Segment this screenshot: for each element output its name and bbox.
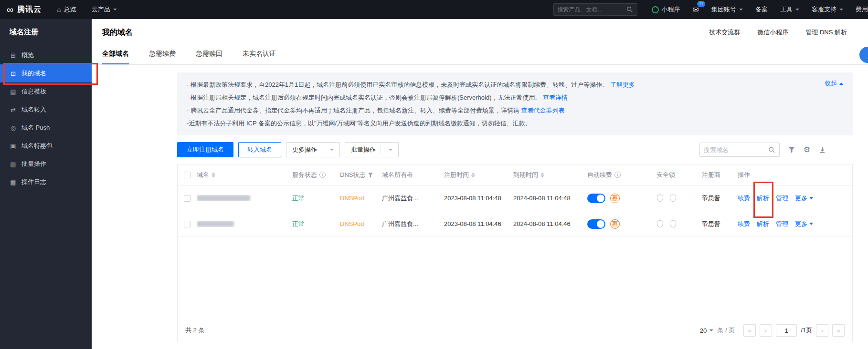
topbar-group-account[interactable]: 集团账号 bbox=[711, 5, 743, 14]
sidebar-item-batch[interactable]: ▥ 批量操作 bbox=[0, 155, 92, 173]
row-checkbox[interactable] bbox=[184, 195, 191, 202]
domain-name-blurred bbox=[197, 195, 250, 201]
link-manage-dns[interactable]: 管理 DNS 解析 bbox=[805, 28, 847, 37]
filter-icon[interactable] bbox=[788, 146, 795, 153]
next-page-button[interactable]: › bbox=[816, 324, 828, 337]
sort-icon[interactable] bbox=[540, 173, 544, 177]
info-icon[interactable]: i bbox=[319, 172, 326, 178]
topbar-miniprogram[interactable]: 小程序 bbox=[652, 5, 680, 14]
topbar: ∞ 腾讯云 ⌂ 总览 云产品 小程序 ✉ 11 集团账号 备案 bbox=[0, 0, 868, 19]
sidebar: 域名注册 ⊞ 概览 ⊡ 我的域名 ▤ 信息模板 ⇄ 域名转入 ◎ 域名 Push bbox=[0, 19, 92, 349]
transfer-domain-button[interactable]: 转入域名 bbox=[238, 142, 281, 157]
topbar-nav-products-label: 云产品 bbox=[92, 5, 110, 14]
sidebar-item-label: 域名特惠包 bbox=[21, 142, 53, 150]
manage-link[interactable]: 管理 bbox=[776, 220, 788, 228]
tabs: 全部域名 急需续费 急需赎回 未实名认证 bbox=[92, 46, 868, 65]
register-domain-button[interactable]: 立即注册域名 bbox=[177, 142, 233, 157]
notice-line: -近期有不法分子利用 ICP 备案的公示信息，以"万维网/万域网"等名义向用户发… bbox=[187, 117, 810, 130]
renew-link[interactable]: 续费 bbox=[738, 220, 750, 228]
registrar: 帝思普 bbox=[702, 220, 720, 228]
chevron-down-icon bbox=[839, 9, 843, 10]
select-all-checkbox[interactable] bbox=[184, 172, 191, 178]
first-page-button[interactable]: « bbox=[743, 324, 756, 337]
topbar-support[interactable]: 客服支持 bbox=[812, 5, 843, 14]
gear-icon[interactable]: ⚙ bbox=[804, 146, 810, 154]
service-status: 正常 bbox=[292, 194, 305, 203]
notice-link-learn-more[interactable]: 了解更多 bbox=[610, 81, 635, 88]
page-number-input[interactable] bbox=[776, 324, 797, 337]
tab-all-domains[interactable]: 全部域名 bbox=[102, 50, 129, 64]
table-row: 正常 DNSPod 广州嘉益食... 2023-08-08 11:04:46 2… bbox=[178, 211, 852, 237]
topbar-beian[interactable]: 备案 bbox=[755, 5, 768, 14]
renew-link[interactable]: 续费 bbox=[738, 194, 750, 203]
cloud-logo-icon: ∞ bbox=[7, 5, 13, 14]
page-size-select[interactable]: 20 bbox=[700, 327, 713, 334]
pagination: 20 条 / 页 « ‹ /1页 › » bbox=[700, 324, 845, 337]
col-owner: 域名所有者 bbox=[382, 171, 413, 179]
domain-search-input[interactable] bbox=[704, 146, 768, 154]
batch-actions-label: 批量操作 bbox=[351, 145, 376, 154]
page-size-value: 20 bbox=[700, 327, 707, 334]
auto-renew-toggle[interactable] bbox=[587, 194, 605, 203]
more-link[interactable]: 更多 bbox=[795, 220, 813, 228]
notice-text: - 根据最新政策法规要求，自2022年1月1日起，域名注册前必须使用已实名审核的… bbox=[187, 81, 608, 88]
notice-link-voucher-list[interactable]: 查看代金券列表 bbox=[521, 107, 565, 114]
table-row: 正常 DNSPod 广州嘉益食... 2023-08-08 11:04:48 2… bbox=[178, 185, 852, 211]
shield-icon bbox=[669, 220, 677, 228]
sort-icon[interactable] bbox=[212, 173, 215, 177]
info-icon[interactable]: i bbox=[614, 172, 621, 178]
sidebar-item-bundle[interactable]: ▣ 域名特惠包 bbox=[0, 137, 92, 155]
notice-collapse[interactable]: 收起 bbox=[825, 79, 843, 88]
topbar-nav-overview[interactable]: ⌂ 总览 bbox=[57, 5, 76, 14]
transfer-in-icon: ⇄ bbox=[10, 106, 17, 113]
chevron-down-icon bbox=[113, 9, 117, 10]
topbar-right: 小程序 ✉ 11 集团账号 备案 工具 客服支持 费用 bbox=[639, 5, 868, 14]
prev-page-button[interactable]: ‹ bbox=[760, 324, 772, 337]
more-actions-button[interactable]: 更多操作 bbox=[286, 142, 340, 157]
filter-icon[interactable] bbox=[368, 172, 373, 178]
security-locks bbox=[656, 194, 677, 202]
download-icon[interactable] bbox=[819, 146, 826, 154]
topbar-billing-label: 费用 bbox=[856, 5, 868, 14]
topbar-beian-label: 备案 bbox=[755, 5, 768, 14]
batch-actions-button[interactable]: 批量操作 bbox=[345, 142, 399, 157]
notice-line: - 腾讯云全产品通用代金券、指定代金券均不再适用于域名注册产品，包括域名新注、转… bbox=[187, 104, 810, 117]
notice-text: - 根据注册局相关规定，域名注册后必须在规定时间内完成域名实名认证，否则会被注册… bbox=[187, 94, 541, 101]
tencent-cloud-logo[interactable]: ∞ 腾讯云 bbox=[7, 5, 42, 15]
chevron-down-icon bbox=[739, 9, 743, 10]
link-tech-group[interactable]: 技术交流群 bbox=[709, 28, 740, 37]
sidebar-item-overview[interactable]: ⊞ 概览 bbox=[0, 46, 92, 64]
link-wechat-miniprogram[interactable]: 微信小程序 bbox=[757, 28, 788, 37]
resolve-link[interactable]: 解析 bbox=[757, 220, 769, 228]
tab-redeem-urgent[interactable]: 急需赎回 bbox=[196, 50, 222, 64]
tab-renew-urgent[interactable]: 急需续费 bbox=[149, 50, 176, 64]
search-icon[interactable] bbox=[768, 146, 775, 154]
sidebar-item-logs[interactable]: ▦ 操作日志 bbox=[0, 173, 92, 191]
resolve-link[interactable]: 解析 bbox=[757, 194, 769, 203]
search-icon[interactable] bbox=[626, 6, 633, 13]
notice-link-view-details[interactable]: 查看详情 bbox=[543, 94, 568, 101]
last-page-button[interactable]: » bbox=[832, 324, 845, 337]
topbar-mail[interactable]: ✉ 11 bbox=[693, 5, 699, 14]
auto-renew-toggle[interactable] bbox=[587, 219, 605, 229]
col-domain: 域名 bbox=[197, 171, 209, 179]
manage-link[interactable]: 管理 bbox=[776, 194, 788, 203]
chevron-up-icon bbox=[839, 82, 843, 85]
sort-icon[interactable] bbox=[471, 173, 475, 177]
sidebar-item-domain-push[interactable]: ◎ 域名 Push bbox=[0, 119, 92, 137]
sidebar-items: ⊞ 概览 ⊡ 我的域名 ▤ 信息模板 ⇄ 域名转入 ◎ 域名 Push ▣ 域名… bbox=[0, 46, 92, 191]
total-count: 共 2 条 bbox=[185, 326, 204, 335]
tab-not-verified[interactable]: 未实名认证 bbox=[243, 50, 276, 64]
logo-text: 腾讯云 bbox=[17, 5, 42, 15]
row-checkbox[interactable] bbox=[184, 221, 191, 227]
sidebar-item-my-domains[interactable]: ⊡ 我的域名 bbox=[0, 64, 92, 82]
topbar-nav-products[interactable]: 云产品 bbox=[92, 5, 117, 14]
col-service-status: 服务状态 bbox=[292, 171, 317, 179]
sidebar-item-info-template[interactable]: ▤ 信息模板 bbox=[0, 82, 92, 101]
more-link[interactable]: 更多 bbox=[795, 194, 813, 203]
topbar-tools[interactable]: 工具 bbox=[780, 5, 799, 14]
topbar-billing[interactable]: 费用 bbox=[856, 5, 868, 14]
topbar-miniprogram-label: 小程序 bbox=[662, 5, 680, 14]
topbar-search-input[interactable] bbox=[558, 6, 626, 13]
sidebar-item-transfer-in[interactable]: ⇄ 域名转入 bbox=[0, 101, 92, 119]
